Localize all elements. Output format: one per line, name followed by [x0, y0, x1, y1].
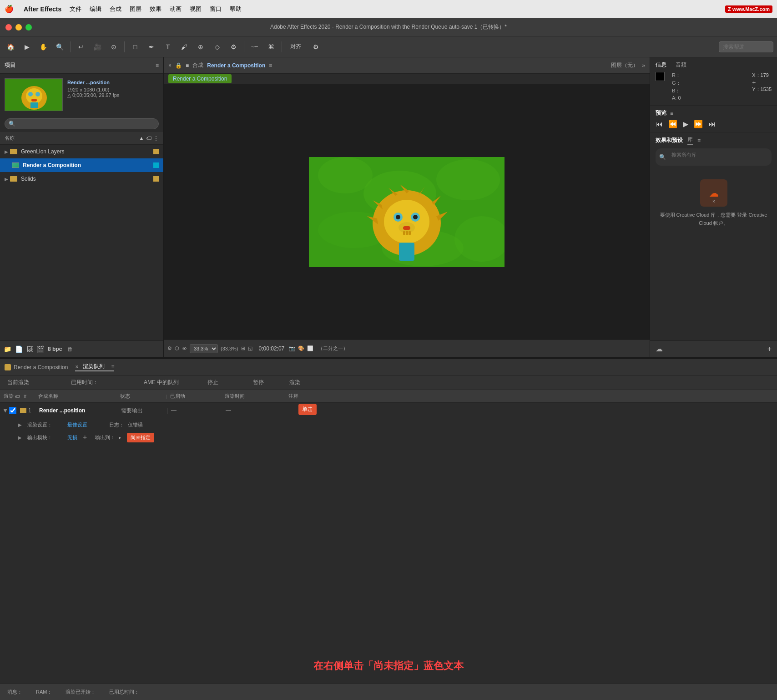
menu-file[interactable]: 文件 — [70, 5, 81, 13]
first-frame-button[interactable]: ⏮ — [656, 120, 663, 128]
unspecified-button[interactable]: 尚未指定 — [127, 433, 154, 442]
settings-button[interactable]: ⚙ — [309, 40, 323, 54]
svg-rect-6 — [30, 102, 38, 108]
file-item-solids[interactable]: ▶ Solids — [0, 172, 163, 186]
select-tool[interactable]: ▶ — [20, 40, 34, 54]
new-solid-icon[interactable]: 🖼 — [26, 345, 33, 353]
last-frame-button[interactable]: ⏭ — [708, 120, 716, 128]
project-menu-icon[interactable]: ≡ — [156, 62, 159, 69]
comp-name-label: Render ...position — [67, 78, 119, 87]
stop-button[interactable]: 停止 — [207, 379, 244, 386]
align-label: 对齐 — [290, 43, 301, 51]
new-comp-icon[interactable]: 📄 — [15, 345, 23, 353]
output-module-value[interactable]: 无损 — [67, 434, 77, 441]
pause-button[interactable]: 暂停 — [253, 379, 280, 386]
delete-icon[interactable]: 🗑 — [67, 346, 73, 352]
row-status: 需要输出 — [121, 407, 166, 415]
rect-tool[interactable]: □ — [128, 40, 142, 54]
library-tab[interactable]: 库 — [687, 136, 693, 145]
separator-2 — [124, 41, 125, 52]
effects-menu-icon[interactable]: ≡ — [697, 137, 701, 144]
queue-menu-icon[interactable]: ≡ — [111, 364, 114, 370]
camera-tool[interactable]: 🎥 — [91, 40, 104, 54]
menu-animation[interactable]: 动画 — [170, 5, 182, 13]
new-folder-icon[interactable]: 📁 — [4, 345, 11, 353]
pen-tool[interactable]: ✒ — [145, 40, 158, 54]
svg-text:×: × — [712, 199, 715, 204]
render-checkbox-1[interactable] — [9, 407, 16, 414]
render-settings-value[interactable]: 最佳设置 — [67, 421, 87, 428]
menu-view[interactable]: 视图 — [190, 5, 202, 13]
output-module-row: ▶ 输出模块： 无损 + 输出到： ▸ 尚未指定 — [0, 431, 777, 444]
menu-effects[interactable]: 效果 — [150, 5, 161, 13]
project-search-bar[interactable] — [0, 116, 163, 132]
close-button[interactable] — [5, 24, 12, 30]
expand-row-arrow[interactable]: ▶ — [3, 409, 8, 412]
color-picker-icon[interactable]: 🎨 — [298, 345, 304, 351]
col-render-time: 渲染时间 — [225, 393, 288, 400]
motion-sketch-tool[interactable]: 〰 — [248, 40, 262, 54]
render-row-1-main[interactable]: ▶ 1 Render ...position 需要输出 | — — 单击 — [0, 403, 777, 418]
shape-tool[interactable]: ◇ — [210, 40, 224, 54]
text-tool[interactable]: T — [161, 40, 175, 54]
undo-button[interactable]: ↩ — [74, 40, 88, 54]
comp-tab[interactable]: Render a Composition — [168, 74, 232, 83]
add-library-button[interactable]: + — [767, 345, 772, 353]
expand-arrow-solids[interactable]: ▶ — [5, 177, 8, 182]
arrow-right-icon[interactable]: » — [642, 62, 645, 69]
project-search-input[interactable] — [5, 118, 159, 129]
clone-tool[interactable]: ⊕ — [194, 40, 207, 54]
zoom-tool[interactable]: 🔍 — [53, 40, 66, 54]
mask-icon[interactable]: ⬡ — [175, 345, 179, 351]
col-num: # — [24, 394, 38, 399]
fit-icon[interactable]: ⊞ — [241, 345, 245, 351]
preview-menu-icon[interactable]: ≡ — [670, 110, 673, 117]
orbit-tool[interactable]: ⊙ — [107, 40, 121, 54]
comp-menu-icon[interactable]: ≡ — [269, 62, 272, 69]
effects-search-input[interactable] — [668, 150, 768, 159]
info-tab[interactable]: 信息 — [656, 61, 666, 69]
play-button[interactable]: ▶ — [683, 120, 688, 128]
render-button[interactable]: 渲染 — [289, 379, 317, 386]
timecode[interactable]: 0;00;02;07 — [259, 345, 285, 352]
cloud-icon[interactable]: ☁ — [656, 345, 663, 353]
window-controls[interactable] — [5, 24, 32, 30]
comp-lock-icon[interactable]: 🔒 — [175, 62, 182, 69]
queue-tab[interactable]: × 渲染队列 ≡ — [75, 363, 114, 371]
comp-close-icon[interactable]: × — [168, 62, 172, 69]
maximize-button[interactable] — [25, 24, 32, 30]
new-item-icon[interactable]: 🎬 — [36, 345, 44, 353]
menu-help[interactable]: 帮助 — [230, 5, 242, 13]
extra-tool[interactable]: ⌘ — [264, 40, 278, 54]
next-frame-button[interactable]: ⏩ — [694, 120, 703, 128]
menu-window[interactable]: 窗口 — [210, 5, 222, 13]
file-item-render-comp[interactable]: Render a Composition — [0, 158, 163, 172]
audio-tab[interactable]: 音频 — [676, 61, 686, 69]
minimize-button[interactable] — [15, 24, 22, 30]
expand-output-arrow[interactable]: ▶ — [18, 435, 22, 440]
comp-queue-tab[interactable]: Render a Composition — [5, 364, 68, 370]
apple-icon[interactable]: 🍎 — [5, 5, 14, 13]
prev-frame-button[interactable]: ⏪ — [668, 120, 677, 128]
brush-tool[interactable]: 🖌 — [177, 40, 191, 54]
home-button[interactable]: 🏠 — [4, 40, 17, 54]
sort-up-icon[interactable]: ▲ — [139, 135, 144, 142]
comp-settings-icon[interactable]: ⚙ — [167, 345, 172, 351]
close-queue-icon[interactable]: × — [75, 364, 78, 370]
ame-queue-button[interactable]: AME 中的队列 — [144, 379, 198, 386]
menu-layer[interactable]: 图层 — [130, 5, 141, 13]
puppet-tool[interactable]: ⚙ — [227, 40, 240, 54]
hand-tool[interactable]: ✋ — [36, 40, 50, 54]
add-output-button[interactable]: + — [83, 433, 87, 441]
camera-icon[interactable]: 📷 — [289, 345, 295, 351]
file-item-greenlion[interactable]: ▶ GreenLion Layers — [0, 145, 163, 158]
pixel-icon[interactable]: ◱ — [248, 345, 252, 351]
3d-icon[interactable]: 👁 — [182, 346, 187, 351]
zoom-select[interactable]: 33.3% — [190, 344, 218, 353]
expand-arrow-greenlion[interactable]: ▶ — [5, 149, 8, 154]
menu-composition[interactable]: 合成 — [110, 5, 121, 13]
search-help-input[interactable] — [719, 41, 773, 52]
menu-edit[interactable]: 编辑 — [90, 5, 101, 13]
expand-settings-arrow[interactable]: ▶ — [18, 422, 22, 427]
transparency-icon[interactable]: ⬜ — [307, 345, 313, 351]
